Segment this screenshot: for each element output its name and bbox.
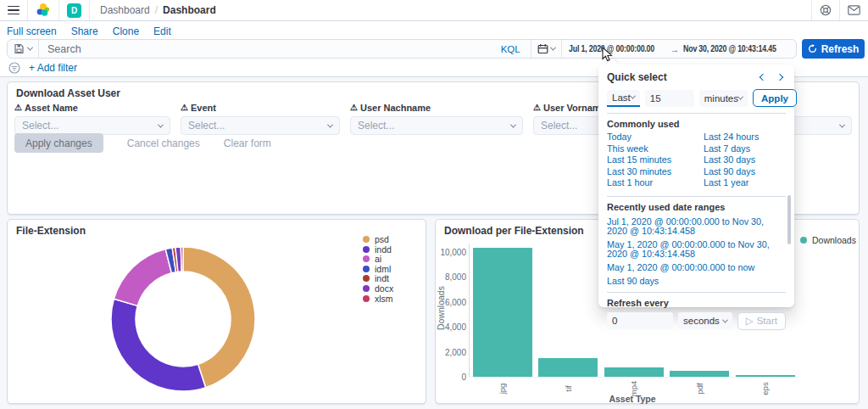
space-selector[interactable]: D <box>59 0 90 20</box>
legend-item-idml[interactable]: idml <box>363 266 393 272</box>
donut-chart[interactable] <box>108 244 258 394</box>
warning-icon: ⚠ <box>14 104 22 112</box>
calendar-icon <box>537 43 548 54</box>
play-icon: ▷ <box>746 315 754 327</box>
legend-dot <box>363 285 370 292</box>
y-tick-label: 2,000 <box>434 348 466 357</box>
date-end[interactable]: Nov 30, 2020 @ 10:43:14.45 <box>683 44 776 53</box>
quick-apply-button[interactable]: Apply <box>753 89 797 107</box>
legend-item-indd[interactable]: indd <box>363 246 393 253</box>
previous-time-window-icon[interactable] <box>760 74 766 81</box>
date-start[interactable]: Jul 1, 2020 @ 00:00:00.00 <box>569 44 654 53</box>
refresh-label: Refresh <box>821 43 860 55</box>
share-button[interactable]: Share <box>71 25 98 37</box>
legend-item-xlsm[interactable]: xlsm <box>363 295 393 302</box>
donut-slice-indd[interactable] <box>111 299 206 391</box>
space-avatar[interactable]: D <box>67 3 81 18</box>
next-time-window-icon[interactable] <box>776 74 783 81</box>
legend-item-indt[interactable]: indt <box>363 275 393 282</box>
legend-dot <box>363 236 370 243</box>
bar-legend-item[interactable]: Downloads <box>800 237 856 244</box>
quick-select-title: Quick select <box>607 71 760 83</box>
donut-slice-xlsm[interactable] <box>181 247 183 272</box>
full-screen-button[interactable]: Full screen <box>7 25 57 37</box>
field-event: ⚠Event Select... <box>181 101 340 135</box>
chevron-down-icon <box>722 317 728 323</box>
y-axis-line <box>469 244 470 377</box>
y-axis-title: Downloads <box>436 283 446 333</box>
legend-item-ai[interactable]: ai <box>363 255 393 262</box>
legend-item-psd[interactable]: psd <box>363 236 393 243</box>
refresh-button[interactable]: Refresh <box>802 39 865 59</box>
amount-input[interactable] <box>645 90 694 107</box>
commonly-used-last-24-hours[interactable]: Last 24 hours <box>704 132 786 144</box>
recent-range-1[interactable]: Jul 1, 2020 @ 00:00:00.000 to Nov 30, 20… <box>607 217 776 236</box>
date-quick-select-button[interactable] <box>531 40 561 58</box>
commonly-used-last-90-days[interactable]: Last 90 days <box>704 167 786 179</box>
donut-legend: psd indd ai idml indt docx xlsm <box>363 236 393 302</box>
warning-icon: ⚠ <box>181 104 188 112</box>
quick-select-header: Quick select <box>607 71 786 83</box>
commonly-used-last-30-minutes[interactable]: Last 30 minutes <box>607 167 698 179</box>
panel-title: Download Asset User <box>16 87 120 99</box>
x-axis-title: Asset Type <box>609 394 655 404</box>
search-placeholder: Search <box>47 43 81 55</box>
kql-language-button[interactable]: KQL <box>501 44 522 54</box>
bar-mp4[interactable] <box>604 367 664 377</box>
filter-options-icon[interactable] <box>8 62 20 74</box>
y-tick-label: 8,000 <box>434 272 466 282</box>
bar-pdf[interactable] <box>670 371 729 377</box>
chevron-down-icon <box>737 94 743 100</box>
recent-range-4[interactable]: Last 90 days <box>607 277 776 286</box>
bar-tif[interactable] <box>538 358 598 377</box>
commonly-used-last-7-days[interactable]: Last 7 days <box>704 144 786 156</box>
breadcrumb-section[interactable]: Dashboard <box>100 4 150 16</box>
clone-button[interactable]: Clone <box>113 25 139 37</box>
clear-form-button[interactable]: Clear form <box>224 137 271 149</box>
query-bar: Search KQL Jul 1, 2020 @ 00:00:00.00 → N… <box>7 39 797 59</box>
event-select[interactable]: Select... <box>181 116 340 135</box>
commonly-used-last-30-days[interactable]: Last 30 days <box>704 155 786 167</box>
asset-name-select[interactable]: Select... <box>14 116 170 135</box>
add-filter-button[interactable]: + Add filter <box>29 62 77 74</box>
field-label: Event <box>191 103 216 113</box>
edit-button[interactable]: Edit <box>153 25 171 37</box>
search-input[interactable]: Search KQL <box>39 40 531 58</box>
arrow-right-icon: → <box>670 44 680 54</box>
recent-range-3[interactable]: May 1, 2020 @ 00:00:00.000 to now <box>607 263 776 272</box>
refresh-interval-input[interactable] <box>607 312 673 329</box>
commonly-used-last-15-minutes[interactable]: Last 15 minutes <box>607 155 698 167</box>
user-nachname-select[interactable]: Select... <box>350 116 523 135</box>
legend-item-docx[interactable]: docx <box>363 285 393 292</box>
refresh-unit-select[interactable]: seconds <box>678 312 732 329</box>
recent-range-2[interactable]: May 1, 2020 @ 00:00:00.000 to Nov 30, 20… <box>607 240 776 259</box>
legend-dot <box>363 295 370 302</box>
cancel-changes-button[interactable]: Cancel changes <box>127 137 200 149</box>
menu-button[interactable] <box>0 0 28 20</box>
warning-icon: ⚠ <box>533 104 541 112</box>
unit-select[interactable]: minutes <box>699 90 748 107</box>
newsfeed-button[interactable] <box>839 0 868 20</box>
logo-section[interactable] <box>28 0 59 20</box>
help-button[interactable] <box>811 0 839 20</box>
legend-dot <box>363 246 370 253</box>
popup-scrollbar[interactable] <box>787 195 791 244</box>
donut-slice-ai[interactable] <box>114 249 171 306</box>
warning-icon: ⚠ <box>350 104 358 112</box>
elastic-logo-icon <box>36 3 51 18</box>
commonly-used-last-1-year[interactable]: Last 1 year <box>704 178 786 190</box>
refresh-icon <box>808 44 817 53</box>
tense-select[interactable]: Last <box>607 90 640 107</box>
quick-select-controls: Last minutes Apply <box>607 89 786 107</box>
commonly-used-title: Commonly used <box>607 119 786 129</box>
commonly-used-this-week[interactable]: This week <box>607 144 698 156</box>
commonly-used-last-1-hour[interactable]: Last 1 hour <box>607 178 698 190</box>
commonly-used-today[interactable]: Today <box>607 132 698 144</box>
hamburger-icon[interactable] <box>8 6 19 15</box>
saved-query-menu-button[interactable] <box>8 40 39 58</box>
bar-eps[interactable] <box>736 375 795 377</box>
date-range-display[interactable]: Jul 1, 2020 @ 00:00:00.00 → Nov 30, 2020… <box>561 40 796 58</box>
apply-changes-button[interactable]: Apply changes <box>14 133 103 153</box>
bar-jpg[interactable] <box>473 248 532 377</box>
start-refresh-button[interactable]: ▷Start <box>737 312 786 330</box>
